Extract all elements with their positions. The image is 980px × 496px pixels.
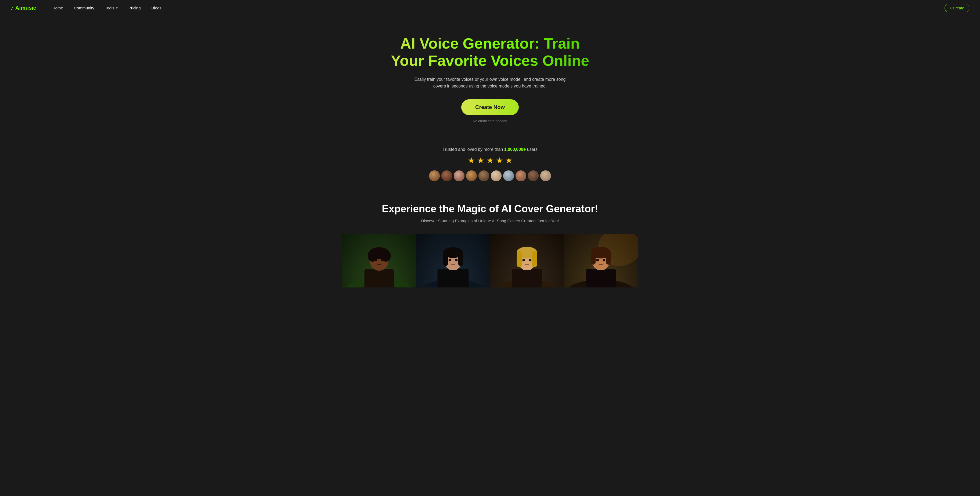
svg-rect-34 xyxy=(591,251,596,265)
magic-subtitle: Discover Stunning Examples of Unique AI … xyxy=(421,219,559,223)
avatar-3 xyxy=(453,170,465,182)
svg-point-17 xyxy=(449,259,451,261)
svg-rect-2 xyxy=(364,269,394,287)
nav-blogs[interactable]: Blogs xyxy=(151,6,162,10)
tools-chevron-icon: ▾ xyxy=(116,6,118,10)
avatars-row xyxy=(428,170,552,182)
trusted-text: Trusted and loved by more than 1,000,000… xyxy=(442,147,538,152)
logo-icon: ♪ xyxy=(11,5,14,11)
svg-point-8 xyxy=(375,259,377,261)
star-3: ★ xyxy=(487,156,494,165)
nav-create-button[interactable]: + Create xyxy=(945,4,969,12)
svg-rect-15 xyxy=(443,251,448,266)
avatar-1 xyxy=(428,170,440,182)
preview-card-2[interactable] xyxy=(416,234,490,287)
star-5: ★ xyxy=(505,156,512,165)
navbar: ♪ Aimusic Home Community Tools ▾ Pricing… xyxy=(0,0,980,16)
magic-section: Experience the Magic of AI Cover Generat… xyxy=(0,198,980,295)
svg-rect-25 xyxy=(532,251,537,267)
avatar-10 xyxy=(540,170,552,182)
svg-rect-24 xyxy=(517,251,522,267)
svg-rect-30 xyxy=(586,269,616,287)
preview-card-1[interactable] xyxy=(342,234,416,287)
svg-point-37 xyxy=(603,259,606,261)
user-count: 1,000,000+ xyxy=(504,147,526,152)
preview-card-3[interactable] xyxy=(490,234,564,287)
logo[interactable]: ♪ Aimusic xyxy=(11,5,36,11)
avatar-7 xyxy=(503,170,514,182)
svg-point-18 xyxy=(455,259,458,261)
svg-point-9 xyxy=(381,259,384,261)
avatar-9 xyxy=(527,170,539,182)
star-1: ★ xyxy=(468,156,475,165)
hero-section: AI Voice Generator: Train Your Favorite … xyxy=(0,16,980,147)
hero-subtitle: Easily train your favorite voices or you… xyxy=(412,76,568,90)
nav-pricing[interactable]: Pricing xyxy=(129,6,141,10)
create-now-button[interactable]: Create Now xyxy=(461,99,519,115)
avatar-6 xyxy=(490,170,502,182)
svg-point-27 xyxy=(529,259,531,261)
stars-row: ★ ★ ★ ★ ★ xyxy=(468,156,512,165)
social-proof-section: Trusted and loved by more than 1,000,000… xyxy=(0,147,980,182)
svg-rect-11 xyxy=(438,269,469,287)
avatar-2 xyxy=(441,170,453,182)
svg-rect-20 xyxy=(512,269,542,287)
star-4: ★ xyxy=(496,156,503,165)
nav-tools[interactable]: Tools ▾ xyxy=(105,6,118,10)
nav-community[interactable]: Community xyxy=(74,6,94,10)
svg-rect-16 xyxy=(458,251,463,266)
preview-card-4[interactable] xyxy=(564,234,638,287)
svg-rect-35 xyxy=(606,251,611,265)
nav-home[interactable]: Home xyxy=(52,6,63,10)
avatar-5 xyxy=(478,170,490,182)
avatar-8 xyxy=(515,170,527,182)
svg-point-36 xyxy=(597,259,599,261)
hero-title: AI Voice Generator: Train Your Favorite … xyxy=(385,35,595,70)
svg-point-26 xyxy=(522,259,525,261)
logo-text: Aimusic xyxy=(15,5,36,11)
magic-title: Experience the Magic of AI Cover Generat… xyxy=(382,203,598,215)
star-2: ★ xyxy=(477,156,484,165)
no-credit-text: No credit card needed xyxy=(473,119,507,123)
nav-links: Home Community Tools ▾ Pricing Blogs xyxy=(52,6,945,10)
preview-cards-row xyxy=(342,234,638,287)
avatar-4 xyxy=(466,170,477,182)
